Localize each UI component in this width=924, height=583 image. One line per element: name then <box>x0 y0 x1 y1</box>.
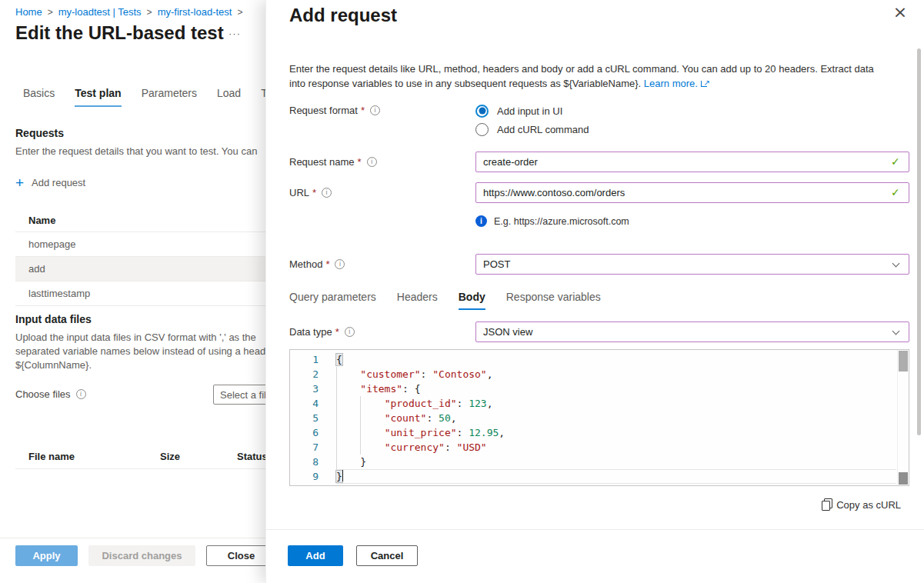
required-asterisk <box>312 187 316 198</box>
add-button[interactable]: Add <box>288 545 343 566</box>
request-format-radio-group: Add input in UIAdd cURL command <box>475 102 589 138</box>
indent-guide <box>336 367 337 469</box>
data-type-label-text: Data type <box>289 326 332 338</box>
page-tabs: BasicsTest planParametersLoadTest <box>23 87 265 107</box>
data-type-select-value: JSON view <box>483 326 532 338</box>
editor-code-lines: { "customer": "Contoso", "items": { "pro… <box>336 352 896 484</box>
url-label: URL <box>289 187 332 198</box>
request-name-label-text: Request name <box>289 156 355 168</box>
close-button[interactable]: Close <box>206 545 265 566</box>
breadcrumb-separator: > <box>147 7 152 18</box>
copy-as-curl-label: Copy as cURL <box>836 499 901 511</box>
editor-line-number: 1 <box>290 352 319 367</box>
input-data-files-description-line: Upload the input data files in CSV forma… <box>15 331 265 345</box>
chevron-down-icon <box>892 260 900 268</box>
required-asterisk <box>325 258 329 270</box>
cancel-button[interactable]: Cancel <box>356 545 418 566</box>
requests-table: Name homepageaddlasttimestamp <box>15 208 265 306</box>
chevron-down-icon <box>892 328 900 335</box>
code-token: , <box>451 412 457 424</box>
info-icon <box>370 105 380 115</box>
method-label-text: Method <box>289 258 322 270</box>
choose-files-label: Choose files <box>15 388 86 400</box>
title-context-menu-button[interactable]: ··· <box>228 28 241 39</box>
editor-code-line: { <box>336 352 896 367</box>
request-row-homepage[interactable]: homepage <box>15 232 265 257</box>
copy-icon <box>822 501 830 511</box>
code-token: : <box>445 441 457 453</box>
body-tab-body[interactable]: Body <box>459 291 485 310</box>
url-input[interactable] <box>475 182 909 203</box>
data-type-select[interactable]: JSON view <box>475 321 909 342</box>
code-token: "Contoso" <box>432 368 486 380</box>
info-icon <box>76 389 86 399</box>
request-row-lasttimestamp[interactable]: lasttimestamp <box>15 282 265 306</box>
method-label: Method <box>289 258 345 270</box>
data-type-label: Data type <box>289 326 355 338</box>
learn-more-link[interactable]: Learn more. <box>644 78 698 89</box>
radio-add-curl-command[interactable]: Add cURL command <box>475 120 589 138</box>
request-name-input[interactable] <box>475 152 909 172</box>
tab-basics[interactable]: Basics <box>23 87 55 107</box>
editor-line-number: 8 <box>290 455 319 469</box>
body-tab-headers[interactable]: Headers <box>397 291 438 310</box>
info-icon <box>367 157 377 167</box>
editor-vertical-scrollbar-thumb[interactable] <box>899 351 908 371</box>
tab-load[interactable]: Load <box>217 87 241 107</box>
radio-label: Add cURL command <box>497 124 589 135</box>
tab-parameters[interactable]: Parameters <box>142 87 197 107</box>
code-token: "count" <box>385 412 427 424</box>
apply-button[interactable]: Apply <box>15 545 78 566</box>
discard-changes-button[interactable]: Discard changes <box>88 545 195 566</box>
url-label-text: URL <box>289 187 309 198</box>
editor-line-number: 3 <box>290 381 319 396</box>
matched-bracket-token: } <box>336 471 342 482</box>
close-icon[interactable]: × <box>889 2 911 23</box>
code-token: } <box>336 456 366 468</box>
editor-line-number: 7 <box>290 440 319 455</box>
code-token: : <box>421 368 433 380</box>
required-asterisk <box>358 156 362 168</box>
footer-divider <box>0 538 265 538</box>
breadcrumb-link-home[interactable]: Home <box>15 6 42 18</box>
breadcrumb-link-my-first-load-test[interactable]: my-first-load-test <box>158 6 232 18</box>
body-json-editor[interactable]: 123456789 { "customer": "Contoso", "item… <box>289 349 909 486</box>
add-request-label: Add request <box>32 177 85 188</box>
copy-as-curl-button[interactable]: Copy as cURL <box>822 499 901 511</box>
code-token: "currency" <box>385 441 445 453</box>
required-asterisk <box>361 105 365 116</box>
method-select[interactable]: POST <box>475 254 909 275</box>
choose-files-label-text: Choose files <box>15 388 71 400</box>
code-token: : <box>457 398 469 409</box>
code-token: 50 <box>439 412 451 424</box>
panel-description-text: Enter the request details like URL, meth… <box>289 63 874 89</box>
editor-code-line: "currency": "USD" <box>336 440 896 455</box>
panel-description: Enter the request details like URL, meth… <box>289 62 891 91</box>
panel-scrollbar[interactable] <box>917 48 921 435</box>
editor-line-number: 4 <box>290 396 319 411</box>
url-hint: E.g. https://azure.microsoft.com <box>475 215 629 227</box>
code-token: "unit_price" <box>385 427 457 438</box>
info-icon <box>322 188 332 198</box>
code-token <box>336 368 360 380</box>
editor-cursor <box>342 470 344 481</box>
choose-files-input[interactable] <box>213 385 265 405</box>
files-table-divider <box>15 468 265 469</box>
editor-code-line: "items": { <box>336 381 896 396</box>
radio-add-input-in-ui[interactable]: Add input in UI <box>475 102 589 120</box>
tab-test-plan[interactable]: Test plan <box>75 87 121 107</box>
body-tab-response-variables[interactable]: Response variables <box>506 291 601 310</box>
code-token: , <box>487 368 493 380</box>
method-select-value: POST <box>483 258 510 270</box>
request-row-add[interactable]: add <box>15 257 265 282</box>
requests-heading: Requests <box>15 127 64 139</box>
breadcrumb-link-my-loadtest-tests[interactable]: my-loadtest | Tests <box>58 6 142 18</box>
body-tab-query-parameters[interactable]: Query parameters <box>289 291 376 310</box>
app-root: Home>my-loadtest | Tests>my-first-load-t… <box>0 0 924 583</box>
add-request-command[interactable]: + Add request <box>15 175 85 190</box>
code-token <box>336 383 360 395</box>
editor-line-number: 9 <box>290 469 319 484</box>
valid-check-icon <box>891 186 900 198</box>
editor-horizontal-scrollbar-thumb[interactable] <box>899 472 908 485</box>
add-request-panel: Add request × Enter the request details … <box>265 0 924 583</box>
